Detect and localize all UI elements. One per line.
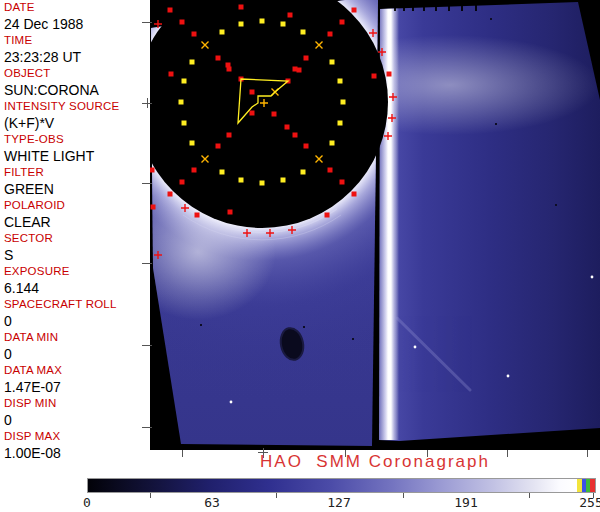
fiducial-dot (297, 68, 302, 73)
field-label: INTENSITY SOURCE (4, 100, 150, 113)
metadata-field: DISP MIN0 (4, 397, 150, 430)
fiducial-dot (250, 90, 255, 95)
colorbar-tick-label: 127 (327, 495, 350, 510)
fiducial-dot (216, 56, 221, 61)
field-label: SPACECRAFT ROLL (4, 298, 150, 311)
fiducial-dot (180, 20, 185, 25)
field-value: 1.47E-07 (4, 378, 150, 396)
fiducial-dot (182, 79, 187, 84)
fiducial-dot (338, 79, 343, 84)
field-label: OBJECT (4, 67, 150, 80)
fiducial-dot (151, 205, 156, 210)
field-value: SUN:CORONA (4, 81, 150, 99)
fiducial-dot (304, 56, 309, 61)
fiducial-dot (330, 141, 335, 146)
fiducial-dot (281, 22, 286, 27)
fiducial-dot (288, 13, 293, 18)
colorbar-tick-label: 63 (204, 495, 220, 510)
field-label: DATA MAX (4, 364, 150, 377)
metadata-field: DISP MAX1.00E-08 (4, 430, 150, 463)
field-value: GREEN (4, 180, 150, 198)
field-label: DISP MIN (4, 397, 150, 410)
metadata-field: TIME23:23:28 UT (4, 34, 150, 67)
fiducial-dot (372, 74, 377, 79)
fiducial-dot (340, 20, 345, 25)
fiducial-dot (341, 100, 346, 105)
fiducial-dot (220, 170, 225, 175)
fiducial-dot (338, 121, 343, 126)
field-label: TYPE-OBS (4, 133, 150, 146)
metadata-field: FILTERGREEN (4, 166, 150, 199)
intensity-colorbar (87, 478, 596, 493)
fiducial-dot (330, 60, 335, 65)
fiducial-dot (340, 180, 345, 185)
metadata-field: SECTORS (4, 232, 150, 265)
metadata-field: OBJECTSUN:CORONA (4, 67, 150, 100)
field-value: 24 Dec 1988 (4, 15, 150, 33)
image-title: HAO SMM Coronagraph (150, 452, 600, 472)
colorbar-tick-label: 191 (454, 495, 477, 510)
metadata-field: DATE24 Dec 1988 (4, 1, 150, 34)
fiducial-dot (285, 125, 290, 130)
fiducial-dot (227, 133, 232, 138)
fiducial-dot (180, 180, 185, 185)
field-label: FILTER (4, 166, 150, 179)
field-value: 0 (4, 312, 150, 330)
tick-mark (142, 22, 152, 23)
fiducial-dot (325, 213, 330, 218)
field-value: 6.144 (4, 279, 150, 297)
fiducial-dot (226, 63, 231, 68)
field-value: 0 (4, 345, 150, 363)
fiducial-dot (239, 5, 244, 10)
fiducial-dot (239, 22, 244, 27)
fiducial-dot (387, 72, 392, 77)
tick-mark (529, 493, 530, 498)
fiducial-dot (260, 181, 265, 186)
field-value: WHITE LIGHT (4, 147, 150, 165)
fiducial-dot (195, 213, 200, 218)
field-label: DISP MAX (4, 430, 150, 443)
field-value: 23:23:28 UT (4, 48, 150, 66)
fiducial-dot (220, 30, 225, 35)
field-value: CLEAR (4, 213, 150, 231)
fiducial-dot (190, 60, 195, 65)
metadata-field: TYPE-OBSWHITE LIGHT (4, 133, 150, 166)
tick-mark (147, 98, 148, 108)
metadata-panel: DATE24 Dec 1988TIME23:23:28 UTOBJECTSUN:… (0, 0, 150, 462)
field-label: DATE (4, 1, 150, 14)
metadata-field: INTENSITY SOURCE(K+F)*V (4, 100, 150, 133)
metadata-field: POLAROIDCLEAR (4, 199, 150, 232)
fiducial-dot (328, 168, 333, 173)
tick-mark (403, 493, 404, 498)
fiducial-dot (281, 178, 286, 183)
fiducial-dot (304, 144, 309, 149)
metadata-field: DATA MAX1.47E-07 (4, 364, 150, 397)
fiducial-dot (179, 100, 184, 105)
fiducial-dot (250, 111, 255, 116)
tick-mark (142, 345, 152, 346)
fiducial-dot (301, 170, 306, 175)
field-value: 0 (4, 411, 150, 429)
field-label: DATA MIN (4, 331, 150, 344)
fiducial-dot (168, 8, 173, 13)
field-label: POLAROID (4, 199, 150, 212)
tick-mark (150, 493, 151, 498)
fiducial-dot (216, 144, 221, 149)
field-label: EXPOSURE (4, 265, 150, 278)
metadata-field: EXPOSURE6.144 (4, 265, 150, 298)
fiducial-dot (192, 168, 197, 173)
tick-mark (142, 263, 152, 264)
fiducial-dot (352, 192, 357, 197)
field-value: (K+F)*V (4, 114, 150, 132)
coronagraph-viewer: DATE24 Dec 1988TIME23:23:28 UTOBJECTSUN:… (0, 0, 600, 512)
fiducial-dot (168, 192, 173, 197)
fiducial-dot (182, 121, 187, 126)
fiducial-dot (293, 133, 298, 138)
fiducial-dot (352, 8, 357, 13)
colorbar-tick-label: 0 (83, 495, 91, 510)
metadata-field: DATA MIN0 (4, 331, 150, 364)
fiducial-dot (260, 19, 265, 24)
fiducial-dot (301, 30, 306, 35)
fiducial-dot (328, 32, 333, 37)
tick-mark (276, 493, 277, 498)
